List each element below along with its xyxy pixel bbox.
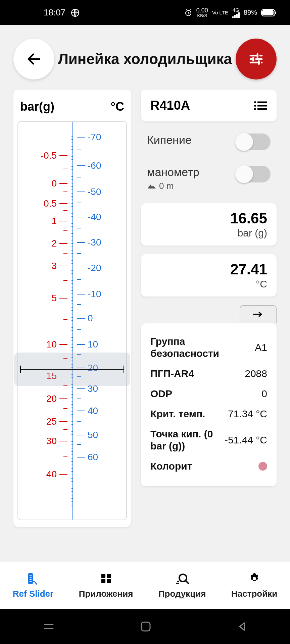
svg-point-11 bbox=[254, 108, 256, 110]
prop-gwp-label: ПГП-AR4 bbox=[150, 368, 194, 380]
temperature-tick: 40 bbox=[72, 406, 126, 416]
tab-apps[interactable]: Приложения bbox=[79, 571, 133, 599]
sliders-icon bbox=[248, 51, 264, 67]
pressure-card: 16.65 bar (g) bbox=[141, 203, 277, 246]
temperature-tick: 0 bbox=[72, 313, 126, 324]
signal-icon bbox=[232, 12, 240, 18]
prop-color-dot bbox=[258, 462, 267, 471]
svg-rect-14 bbox=[257, 108, 267, 110]
temperature-tick: 10 bbox=[72, 339, 126, 350]
tab-apps-label: Приложения bbox=[79, 589, 133, 599]
temperature-tick: -20 bbox=[72, 263, 126, 273]
status-data-unit: KB/S bbox=[196, 13, 208, 18]
svg-rect-4 bbox=[236, 14, 238, 18]
prop-group-label: Группа безопасности bbox=[150, 335, 218, 360]
back-nav-icon[interactable] bbox=[237, 622, 247, 632]
bottom-tabs: Ref Slider Приложения Продукция Настройк… bbox=[0, 561, 290, 609]
battery-icon bbox=[261, 9, 277, 16]
boiling-toggle-row: Кипение bbox=[141, 130, 277, 154]
pressure-tick: 40 bbox=[18, 469, 72, 480]
tab-ref-slider[interactable]: Ref Slider bbox=[13, 571, 53, 599]
svg-point-9 bbox=[254, 101, 256, 103]
gauge-toggle-row: манометр 0 m bbox=[141, 162, 277, 195]
temperature-unit: °C bbox=[150, 278, 267, 290]
globe-icon bbox=[71, 8, 80, 17]
recent-apps-icon[interactable] bbox=[43, 622, 54, 631]
prop-group-value: A1 bbox=[255, 342, 267, 353]
prop-crit-value: 71.34 °C bbox=[228, 408, 267, 420]
tab-ref-slider-label: Ref Slider bbox=[13, 589, 53, 599]
pressure-tick: -0.5 bbox=[18, 150, 72, 161]
svg-rect-12 bbox=[257, 101, 267, 103]
temperature-tick: -40 bbox=[72, 212, 126, 222]
pressure-tick: 30 bbox=[18, 436, 72, 446]
svg-rect-19 bbox=[101, 579, 105, 583]
pressure-tick: 10 bbox=[18, 339, 72, 350]
pressure-unit-label: bar(g) bbox=[20, 100, 54, 114]
scale-slider[interactable]: -0.500.51235101520253040 -70-60-50-40-30… bbox=[17, 121, 127, 520]
tab-settings[interactable]: Настройки bbox=[231, 571, 277, 599]
gauge-toggle[interactable] bbox=[236, 166, 271, 182]
refrigerant-selector[interactable]: R410A bbox=[141, 90, 277, 121]
svg-rect-23 bbox=[141, 622, 150, 631]
prop-crit-label: Крит. темп. bbox=[150, 408, 205, 420]
properties-card: Группа безопасностиA1 ПГП-AR42088 ODP0 К… bbox=[141, 323, 277, 486]
pressure-tick: 25 bbox=[18, 416, 72, 427]
status-battery-pct: 89% bbox=[244, 9, 257, 16]
pressure-tick: 3 bbox=[18, 261, 72, 271]
tab-products[interactable]: Продукция bbox=[158, 571, 206, 599]
page-title: Линейка холодильщика bbox=[54, 50, 236, 68]
search-icon bbox=[175, 571, 190, 586]
svg-rect-18 bbox=[107, 574, 111, 578]
arrow-right-icon bbox=[251, 311, 265, 318]
altitude-value: 0 m bbox=[159, 181, 174, 191]
slider-handle[interactable] bbox=[14, 353, 130, 386]
temperature-tick: -60 bbox=[72, 160, 126, 171]
temperature-card: 27.41 °C bbox=[141, 254, 277, 297]
boiling-label: Кипение bbox=[147, 133, 192, 147]
arrow-left-icon bbox=[26, 51, 42, 67]
scale-panel: bar(g) °C -0.500.51235101520253040 -70-6… bbox=[13, 90, 131, 527]
temperature-tick: 50 bbox=[72, 430, 126, 440]
svg-point-22 bbox=[253, 577, 256, 580]
pressure-tick: 0 bbox=[18, 178, 72, 189]
svg-rect-15 bbox=[28, 573, 33, 584]
temperature-value: 27.41 bbox=[150, 261, 267, 278]
ruler-icon bbox=[26, 571, 40, 586]
temperature-tick: -10 bbox=[72, 289, 126, 300]
prop-boil-label: Точка кип. (0 bar (g)) bbox=[150, 428, 218, 452]
svg-rect-20 bbox=[107, 579, 111, 583]
pressure-unit: bar (g) bbox=[150, 227, 267, 239]
status-time: 18:07 bbox=[44, 7, 65, 18]
status-bar: 18:07 0.00 KB/S Vo LTE 4G 89% bbox=[0, 0, 290, 25]
status-net: 4G bbox=[232, 7, 240, 12]
alarm-icon bbox=[184, 9, 192, 17]
tab-products-label: Продукция bbox=[158, 589, 206, 599]
svg-rect-2 bbox=[232, 16, 234, 18]
pressure-tick: 2 bbox=[18, 238, 72, 249]
prop-gwp-value: 2088 bbox=[245, 368, 267, 379]
svg-rect-13 bbox=[257, 105, 267, 106]
list-icon bbox=[254, 101, 267, 111]
svg-point-10 bbox=[254, 105, 256, 107]
mountain-icon bbox=[147, 183, 156, 189]
status-data-rate: 0.00 bbox=[196, 7, 208, 13]
prop-odp-value: 0 bbox=[261, 388, 267, 399]
prop-boil-value: -51.44 °C bbox=[225, 434, 267, 446]
home-icon[interactable] bbox=[140, 621, 151, 632]
svg-rect-5 bbox=[238, 12, 240, 18]
grid-icon bbox=[99, 571, 113, 586]
svg-rect-17 bbox=[101, 574, 105, 578]
tab-settings-label: Настройки bbox=[231, 589, 277, 599]
refrigerant-name: R410A bbox=[150, 98, 190, 113]
temperature-tick: -30 bbox=[72, 237, 126, 248]
back-button[interactable] bbox=[13, 39, 54, 79]
temperature-tick: -50 bbox=[72, 186, 126, 197]
status-volte: Vo LTE bbox=[212, 10, 228, 15]
pressure-value: 16.65 bbox=[150, 210, 267, 227]
pressure-tick: 0.5 bbox=[18, 198, 72, 209]
settings-button[interactable] bbox=[236, 39, 277, 79]
expand-button[interactable] bbox=[240, 305, 277, 323]
boiling-toggle[interactable] bbox=[236, 133, 271, 150]
svg-rect-7 bbox=[262, 10, 274, 15]
